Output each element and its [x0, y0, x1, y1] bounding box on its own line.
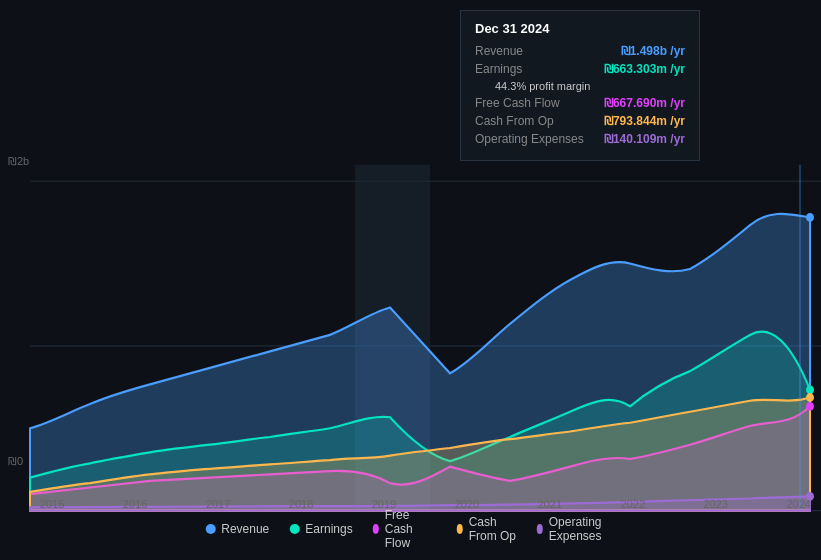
- tooltip-row-revenue: Revenue ₪1.498b /yr: [475, 44, 685, 58]
- svg-point-7: [806, 402, 814, 411]
- chart-container: ₪2b ₪0 2015 2016 2017 2018 2019 2020 202…: [0, 0, 821, 560]
- legend-item-earnings: Earnings: [289, 522, 352, 536]
- legend-dot-revenue: [205, 524, 215, 534]
- legend-item-fcf: Free Cash Flow: [373, 508, 437, 550]
- legend-item-cashfromop: Cash From Op: [457, 515, 517, 543]
- legend-dot-cashfromop: [457, 524, 463, 534]
- svg-point-6: [806, 385, 814, 394]
- tooltip-row-fcf: Free Cash Flow ₪667.690m /yr: [475, 96, 685, 110]
- x-label-2024: 2024: [786, 498, 810, 510]
- tooltip-margin: 44.3% profit margin: [495, 80, 685, 92]
- tooltip-row-opex: Operating Expenses ₪140.109m /yr: [475, 132, 685, 146]
- tooltip-row-cashfromop: Cash From Op ₪793.844m /yr: [475, 114, 685, 128]
- x-label-2015: 2015: [40, 498, 64, 510]
- x-label-2016: 2016: [123, 498, 147, 510]
- svg-point-5: [806, 213, 814, 222]
- x-label-2023: 2023: [704, 498, 728, 510]
- legend-item-revenue: Revenue: [205, 522, 269, 536]
- legend-item-opex: Operating Expenses: [537, 515, 616, 543]
- legend: Revenue Earnings Free Cash Flow Cash Fro…: [205, 508, 616, 550]
- legend-dot-earnings: [289, 524, 299, 534]
- svg-point-8: [806, 393, 814, 402]
- y-label-0: ₪0: [8, 455, 23, 468]
- tooltip: Dec 31 2024 Revenue ₪1.498b /yr Earnings…: [460, 10, 700, 161]
- legend-dot-fcf: [373, 524, 379, 534]
- legend-dot-opex: [537, 524, 543, 534]
- y-label-2b: ₪2b: [8, 155, 29, 168]
- x-label-2022: 2022: [621, 498, 645, 510]
- tooltip-date: Dec 31 2024: [475, 21, 685, 36]
- tooltip-row-earnings: Earnings ₪663.303m /yr: [475, 62, 685, 76]
